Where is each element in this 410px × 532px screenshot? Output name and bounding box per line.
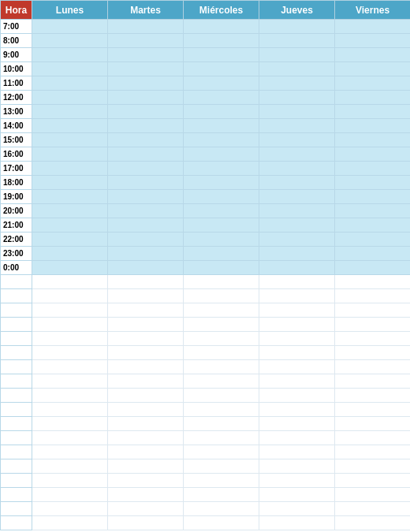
day-cell[interactable] [32, 91, 108, 105]
day-cell-empty[interactable] [108, 488, 184, 502]
day-cell-empty[interactable] [335, 502, 411, 516]
day-cell[interactable] [335, 34, 411, 48]
day-cell[interactable] [259, 62, 335, 76]
day-cell[interactable] [32, 204, 108, 218]
day-cell-empty[interactable] [184, 488, 259, 502]
day-cell[interactable] [108, 62, 184, 76]
day-cell-empty[interactable] [32, 374, 108, 389]
day-cell-empty[interactable] [184, 303, 259, 318]
day-cell[interactable] [259, 247, 335, 261]
day-cell[interactable] [32, 247, 108, 261]
day-cell[interactable] [184, 62, 259, 76]
day-cell-empty[interactable] [259, 474, 335, 488]
day-cell-empty[interactable] [108, 459, 184, 474]
day-cell[interactable] [32, 233, 108, 247]
day-cell-empty[interactable] [108, 374, 184, 389]
day-cell[interactable] [32, 34, 108, 48]
day-cell-empty[interactable] [108, 474, 184, 488]
day-cell-empty[interactable] [259, 374, 335, 389]
day-cell-empty[interactable] [32, 360, 108, 374]
day-cell[interactable] [32, 48, 108, 62]
day-cell-empty[interactable] [259, 332, 335, 346]
day-cell-empty[interactable] [259, 346, 335, 360]
day-cell-empty[interactable] [335, 275, 411, 289]
day-cell[interactable] [108, 105, 184, 119]
day-cell-empty[interactable] [335, 360, 411, 374]
day-cell[interactable] [259, 119, 335, 133]
day-cell-empty[interactable] [184, 275, 259, 289]
day-cell[interactable] [32, 190, 108, 204]
day-cell-empty[interactable] [108, 289, 184, 303]
day-cell-empty[interactable] [335, 474, 411, 488]
day-cell-empty[interactable] [335, 318, 411, 332]
day-cell[interactable] [184, 147, 259, 162]
day-cell-empty[interactable] [259, 389, 335, 403]
day-cell[interactable] [184, 48, 259, 62]
day-cell[interactable] [259, 218, 335, 233]
day-cell[interactable] [32, 147, 108, 162]
day-cell[interactable] [259, 147, 335, 162]
day-cell[interactable] [108, 162, 184, 176]
day-cell[interactable] [108, 176, 184, 190]
day-cell-empty[interactable] [184, 332, 259, 346]
day-cell-empty[interactable] [259, 502, 335, 516]
day-cell[interactable] [335, 162, 411, 176]
day-cell[interactable] [335, 218, 411, 233]
day-cell-empty[interactable] [335, 389, 411, 403]
day-cell-empty[interactable] [32, 346, 108, 360]
day-cell[interactable] [108, 119, 184, 133]
day-cell-empty[interactable] [259, 318, 335, 332]
day-cell[interactable] [32, 218, 108, 233]
day-cell[interactable] [32, 62, 108, 76]
day-cell-empty[interactable] [32, 488, 108, 502]
day-cell[interactable] [335, 233, 411, 247]
day-cell[interactable] [184, 162, 259, 176]
day-cell-empty[interactable] [184, 431, 259, 445]
day-cell-empty[interactable] [335, 516, 411, 530]
day-cell-empty[interactable] [259, 275, 335, 289]
day-cell[interactable] [259, 105, 335, 119]
day-cell-empty[interactable] [184, 445, 259, 459]
day-cell-empty[interactable] [184, 417, 259, 431]
day-cell-empty[interactable] [32, 389, 108, 403]
day-cell[interactable] [32, 176, 108, 190]
day-cell[interactable] [259, 133, 335, 147]
day-cell[interactable] [335, 105, 411, 119]
day-cell[interactable] [184, 176, 259, 190]
day-cell-empty[interactable] [108, 303, 184, 318]
day-cell[interactable] [335, 20, 411, 34]
day-cell-empty[interactable] [335, 346, 411, 360]
day-cell-empty[interactable] [184, 289, 259, 303]
day-cell-empty[interactable] [335, 459, 411, 474]
day-cell[interactable] [108, 76, 184, 91]
day-cell-empty[interactable] [259, 459, 335, 474]
day-cell-empty[interactable] [108, 332, 184, 346]
day-cell-empty[interactable] [184, 502, 259, 516]
day-cell-empty[interactable] [335, 445, 411, 459]
day-cell[interactable] [335, 48, 411, 62]
day-cell[interactable] [108, 204, 184, 218]
day-cell[interactable] [335, 119, 411, 133]
day-cell-empty[interactable] [32, 303, 108, 318]
day-cell-empty[interactable] [335, 303, 411, 318]
day-cell[interactable] [184, 261, 259, 275]
day-cell-empty[interactable] [184, 360, 259, 374]
day-cell-empty[interactable] [32, 275, 108, 289]
day-cell-empty[interactable] [335, 374, 411, 389]
day-cell[interactable] [335, 204, 411, 218]
day-cell[interactable] [335, 133, 411, 147]
day-cell-empty[interactable] [184, 516, 259, 530]
day-cell[interactable] [184, 218, 259, 233]
day-cell[interactable] [108, 91, 184, 105]
day-cell[interactable] [184, 76, 259, 91]
day-cell-empty[interactable] [32, 431, 108, 445]
day-cell[interactable] [184, 133, 259, 147]
day-cell-empty[interactable] [335, 403, 411, 417]
day-cell-empty[interactable] [108, 403, 184, 417]
day-cell[interactable] [335, 176, 411, 190]
day-cell-empty[interactable] [32, 403, 108, 417]
day-cell-empty[interactable] [184, 318, 259, 332]
day-cell-empty[interactable] [32, 474, 108, 488]
day-cell-empty[interactable] [108, 516, 184, 530]
day-cell-empty[interactable] [32, 417, 108, 431]
